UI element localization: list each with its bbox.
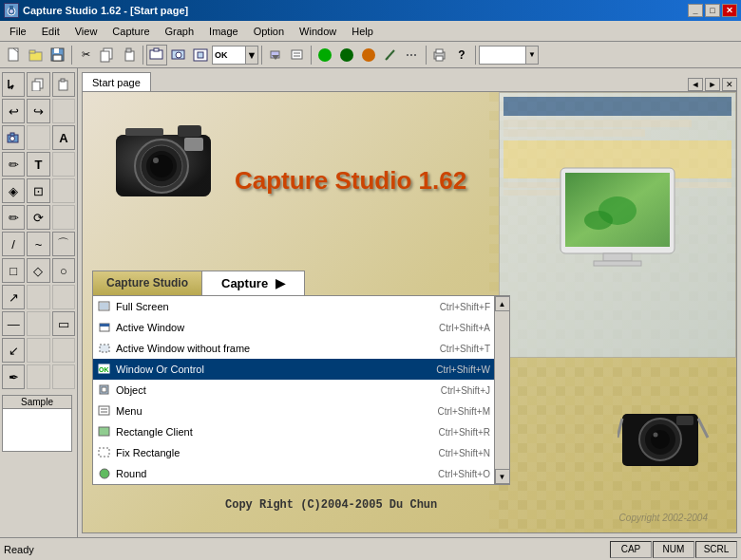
lt-empty11[interactable] (27, 364, 49, 389)
menu-row-rectclient[interactable]: Rectangle Client Ctrl+Shift+R (93, 421, 494, 442)
tab-prev[interactable]: ◄ (688, 78, 703, 91)
lt-text-t[interactable]: T (27, 152, 49, 177)
close-button[interactable]: ✕ (722, 4, 737, 17)
tb-help[interactable]: ? (451, 45, 472, 65)
tb-capture-2[interactable] (168, 45, 189, 65)
menu-scrollbar[interactable]: ▲ ▼ (495, 295, 510, 485)
lt-arrow-right[interactable]: ↗ (2, 285, 25, 309)
lt-rotate[interactable]: ⟳ (27, 205, 49, 230)
lt-rect[interactable]: □ (2, 258, 25, 283)
lt-empty1[interactable] (52, 99, 75, 123)
ok-combo-arrow[interactable]: ▼ (245, 46, 258, 65)
maximize-button[interactable]: □ (705, 4, 720, 17)
scroll-down[interactable]: ▼ (495, 469, 510, 484)
svg-rect-35 (32, 82, 40, 91)
tb-text-input[interactable] (479, 46, 526, 65)
lt-empty2[interactable] (27, 125, 49, 150)
lt-crosshair[interactable]: ◈ (2, 178, 25, 203)
menu-row-activewindow[interactable]: Active Window Ctrl+Shift+A (93, 317, 494, 338)
menu-file[interactable]: File (2, 22, 34, 41)
menu-capture[interactable]: Capture (104, 22, 157, 41)
lt-pencil[interactable]: ✏ (2, 152, 25, 177)
menu-window[interactable]: Window (292, 22, 344, 41)
scroll-up[interactable]: ▲ (495, 296, 510, 311)
tb-text-arrow[interactable]: ▼ (525, 46, 539, 65)
lt-arc[interactable]: ⌒ (52, 232, 75, 256)
nav-header: Capture Studio Capture ▶ (92, 271, 510, 295)
menu-row-fixrect[interactable]: Fix Rectangle Ctrl+Shift+N (93, 442, 494, 463)
lt-brush[interactable]: ✏ (2, 205, 25, 230)
lt-row-12: ✒ (2, 364, 75, 389)
window-title: Capture Studio 1.62 - [Start page] (23, 5, 188, 16)
tb-cut[interactable]: ✂ (75, 45, 96, 65)
lt-empty7[interactable] (52, 285, 75, 309)
menu-row-noframe[interactable]: Active Window without frame Ctrl+Shift+T (93, 338, 494, 359)
tab-start-page[interactable]: Start page (82, 72, 151, 91)
ok-combo[interactable]: OK (212, 46, 246, 65)
nav-tab-capture-btn[interactable]: Capture ▶ (202, 271, 305, 295)
tb-pen[interactable] (380, 45, 401, 65)
menu-view[interactable]: View (67, 22, 105, 41)
svg-rect-22 (292, 50, 302, 59)
lt-copy-paste[interactable] (27, 72, 49, 97)
lt-strip[interactable]: ▭ (52, 311, 75, 336)
tb-capture-3[interactable] (190, 45, 211, 65)
minimize-button[interactable]: _ (688, 4, 703, 17)
tb-copy[interactable] (97, 45, 118, 65)
menu-help[interactable]: Help (344, 22, 381, 41)
tab-next[interactable]: ► (705, 78, 720, 91)
menu-icon (97, 403, 112, 419)
lt-dotted-rect[interactable]: ⊡ (27, 178, 49, 203)
lt-arrow-diag[interactable]: ↙ (2, 338, 25, 363)
tb-menu-btn[interactable] (287, 45, 308, 65)
svg-rect-39 (10, 133, 14, 136)
lt-pen2[interactable]: ✒ (2, 364, 25, 389)
dropdown-container: Full Screen Ctrl+Shift+F Active Window C… (92, 295, 510, 485)
lt-row-5: ◈ ⊡ (2, 178, 75, 203)
lt-empty9[interactable] (27, 338, 49, 363)
tb-dash[interactable] (402, 45, 423, 65)
nav-tab-capture-studio[interactable]: Capture Studio (92, 271, 202, 295)
lt-empty8[interactable] (27, 311, 49, 336)
lt-undo[interactable]: ↩ (2, 99, 25, 123)
lt-empty3[interactable] (52, 152, 75, 177)
lt-empty6[interactable] (27, 285, 49, 309)
lt-empty10[interactable] (52, 338, 75, 363)
menu-image[interactable]: Image (201, 22, 246, 41)
menu-row-fullscreen[interactable]: Full Screen Ctrl+Shift+F (93, 296, 494, 317)
lt-select[interactable] (2, 72, 25, 97)
tb-color-orange[interactable] (358, 45, 379, 65)
lt-ellipse[interactable]: ○ (52, 258, 75, 283)
lt-text-a[interactable]: A (52, 125, 75, 150)
tb-arrow-down[interactable] (265, 45, 286, 65)
lt-curve[interactable]: ~ (27, 232, 49, 256)
lt-empty5[interactable] (52, 205, 75, 230)
menu-edit[interactable]: Edit (34, 22, 67, 41)
lt-empty4[interactable] (52, 178, 75, 203)
menu-row-round[interactable]: Round Ctrl+Shift+O (93, 463, 494, 484)
tab-close[interactable]: ✕ (722, 78, 737, 91)
left-toolbar: ↩ ↪ A ✏ T ◈ ⊡ ✏ ⟳ / ~ (0, 68, 78, 537)
tb-color-green[interactable] (314, 45, 335, 65)
tb-capture-1[interactable] (146, 45, 167, 65)
menu-graph[interactable]: Graph (158, 22, 202, 41)
menu-row-object[interactable]: Object Ctrl+Shift+J (93, 380, 494, 401)
lt-clipboard[interactable] (52, 72, 75, 97)
tb-paste[interactable] (119, 45, 140, 65)
lt-empty12[interactable] (52, 364, 75, 389)
tb-new[interactable] (4, 45, 25, 65)
tb-print[interactable] (429, 45, 450, 65)
lt-camera[interactable] (2, 125, 25, 150)
menu-row-menu[interactable]: Menu Ctrl+Shift+M (93, 401, 494, 421)
lt-line[interactable]: / (2, 232, 25, 256)
lt-redo[interactable]: ↪ (27, 99, 49, 123)
lt-dash-line[interactable]: — (2, 311, 25, 336)
tb-open[interactable] (26, 45, 47, 65)
tb-color-darkgreen[interactable] (336, 45, 357, 65)
lt-row-1 (2, 72, 75, 97)
menu-option[interactable]: Option (246, 22, 292, 41)
menu-row-windowcontrol[interactable]: OK Window Or Control Ctrl+Shift+W (93, 359, 494, 380)
title-bar: Capture Studio 1.62 - [Start page] _ □ ✕ (0, 0, 741, 21)
tb-save[interactable] (48, 45, 68, 65)
lt-diamond[interactable]: ◇ (27, 258, 49, 283)
